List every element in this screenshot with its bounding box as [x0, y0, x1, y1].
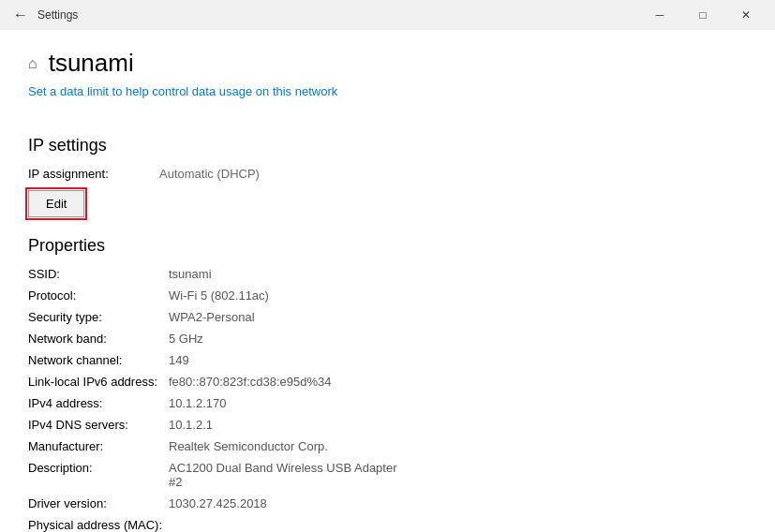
content-area: ⌂ tsunami Set a data limit to help contr… [0, 30, 775, 532]
maximize-button[interactable]: □ [681, 0, 724, 30]
property-row: Security type:WPA2-Personal [28, 310, 747, 324]
property-value: 1030.27.425.2018 [169, 496, 267, 510]
back-button[interactable]: ← [7, 2, 34, 28]
property-label: Physical address (MAC): [28, 518, 169, 532]
edit-button[interactable]: Edit [28, 190, 84, 217]
property-label: Security type: [28, 310, 169, 324]
property-row: Protocol:Wi-Fi 5 (802.11ac) [28, 288, 747, 303]
maximize-icon: □ [699, 8, 706, 22]
properties-title: Properties [28, 236, 747, 256]
data-limit-link[interactable]: Set a data limit to help control data us… [28, 84, 337, 98]
property-label: Manufacturer: [28, 439, 169, 453]
property-row: Driver version:1030.27.425.2018 [28, 496, 747, 510]
property-label: IPv4 address: [28, 396, 169, 410]
titlebar: ← Settings ─ □ ✕ [0, 0, 775, 30]
property-row: IPv4 DNS servers:10.1.2.1 [28, 418, 747, 432]
property-value: 10.1.2.1 [169, 418, 213, 432]
close-icon: ✕ [741, 8, 751, 22]
property-label: Driver version: [28, 496, 169, 510]
property-row: IPv4 address:10.1.2.170 [28, 396, 747, 410]
property-label: Protocol: [28, 288, 169, 303]
minimize-button[interactable]: ─ [638, 0, 681, 30]
window-controls: ─ □ ✕ [638, 0, 768, 30]
property-label: Description: [28, 461, 169, 475]
properties-section: Properties SSID:tsunamiProtocol:Wi-Fi 5 … [28, 236, 747, 532]
property-value: AC1200 Dual Band Wireless USB Adapter #2 [169, 461, 412, 489]
minimize-icon: ─ [656, 8, 664, 22]
property-value: Wi-Fi 5 (802.11ac) [169, 288, 269, 303]
property-row: Physical address (MAC): [28, 518, 747, 532]
property-value: 149 [169, 353, 189, 367]
property-value: Realtek Semiconductor Corp. [169, 439, 328, 453]
property-row: Network band:5 GHz [28, 332, 747, 346]
property-label: IPv4 DNS servers: [28, 418, 169, 432]
page-header: ⌂ tsunami [28, 49, 747, 78]
properties-list: SSID:tsunamiProtocol:Wi-Fi 5 (802.11ac)S… [28, 267, 747, 532]
property-row: Link-local IPv6 address:fe80::870:823f:c… [28, 375, 747, 389]
back-icon: ← [13, 7, 28, 23]
property-value: 5 GHz [169, 332, 203, 346]
property-value: 10.1.2.170 [169, 396, 226, 410]
property-label: Network channel: [28, 353, 169, 367]
ip-assignment-row: IP assignment: Automatic (DHCP) [28, 167, 747, 181]
property-value: fe80::870:823f:cd38:e95d%34 [169, 375, 331, 389]
page-title: tsunami [49, 49, 134, 78]
property-label: Network band: [28, 332, 169, 346]
ip-assignment-label: IP assignment: [28, 167, 159, 181]
ip-settings-section: IP settings IP assignment: Automatic (DH… [28, 136, 747, 217]
property-value: tsunami [169, 267, 212, 281]
property-row: Network channel:149 [28, 353, 747, 367]
ip-assignment-value: Automatic (DHCP) [159, 167, 260, 181]
property-row: Manufacturer:Realtek Semiconductor Corp. [28, 439, 747, 453]
property-row: SSID:tsunami [28, 267, 747, 281]
property-label: Link-local IPv6 address: [28, 375, 169, 389]
property-row: Description:AC1200 Dual Band Wireless US… [28, 461, 747, 489]
titlebar-title: Settings [37, 8, 638, 22]
close-button[interactable]: ✕ [724, 0, 768, 30]
property-label: SSID: [28, 267, 169, 281]
property-value: WPA2-Personal [169, 310, 255, 324]
home-icon: ⌂ [28, 55, 37, 72]
ip-settings-title: IP settings [28, 136, 747, 155]
